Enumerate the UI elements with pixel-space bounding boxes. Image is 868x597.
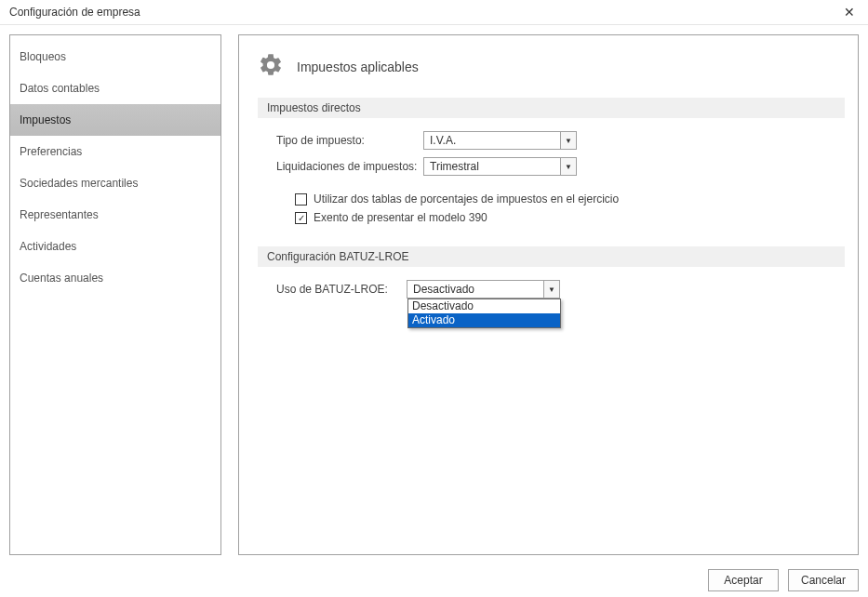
dos-tablas-label: Utilizar dos tablas de porcentajes de im… [314,192,619,206]
tipo-impuesto-value: I.V.A. [424,134,560,147]
chevron-down-icon: ▼ [560,158,576,175]
dos-tablas-checkbox[interactable] [295,193,307,206]
sidebar-item-representantes[interactable]: Representantes [10,199,220,231]
uso-batuz-value: Desactivado [407,283,543,296]
cancel-button[interactable]: Cancelar [788,569,859,591]
uso-batuz-select[interactable]: Desactivado ▼ DesactivadoActivado [407,280,560,298]
liquidaciones-label: Liquidaciones de impuestos: [276,160,423,173]
section-header-directos: Impuestos directos [258,98,845,118]
sidebar-item-datos-contables[interactable]: Datos contables [10,73,220,104]
tipo-impuesto-label: Tipo de impuesto: [276,134,423,147]
accept-button[interactable]: Aceptar [708,569,779,591]
close-icon[interactable]: ✕ [838,6,861,19]
sidebar-item-cuentas-anuales[interactable]: Cuentas anuales [10,262,220,294]
uso-batuz-dropdown: DesactivadoActivado [407,298,561,328]
liquidaciones-value: Trimestral [424,160,560,173]
titlebar: Configuración de empresa ✕ [0,0,868,25]
sidebar-item-actividades[interactable]: Actividades [10,231,220,262]
sidebar-item-sociedades-mercantiles[interactable]: Sociedades mercantiles [10,167,220,199]
main-panel: Impuestos aplicables Impuestos directos … [238,34,859,555]
exento-390-checkbox[interactable]: ✓ [295,212,307,224]
window-title: Configuración de empresa [9,6,838,19]
sidebar-item-preferencias[interactable]: Preferencias [10,136,220,167]
exento-390-label: Exento de presentar el modelo 390 [314,211,487,224]
gear-icon [258,52,284,81]
liquidaciones-select[interactable]: Trimestral ▼ [423,157,577,176]
uso-batuz-option[interactable]: Activado [408,313,560,327]
uso-batuz-label: Uso de BATUZ-LROE: [276,283,407,296]
uso-batuz-option[interactable]: Desactivado [408,299,560,313]
sidebar-item-bloqueos[interactable]: Bloqueos [10,41,220,73]
tipo-impuesto-select[interactable]: I.V.A. ▼ [423,131,577,150]
chevron-down-icon: ▼ [543,281,559,298]
sidebar-item-impuestos[interactable]: Impuestos [10,104,220,136]
page-title: Impuestos aplicables [297,60,419,74]
section-header-batuz: Configuración BATUZ-LROE [258,246,845,267]
chevron-down-icon: ▼ [560,132,576,149]
sidebar: BloqueosDatos contablesImpuestosPreferen… [9,34,221,555]
